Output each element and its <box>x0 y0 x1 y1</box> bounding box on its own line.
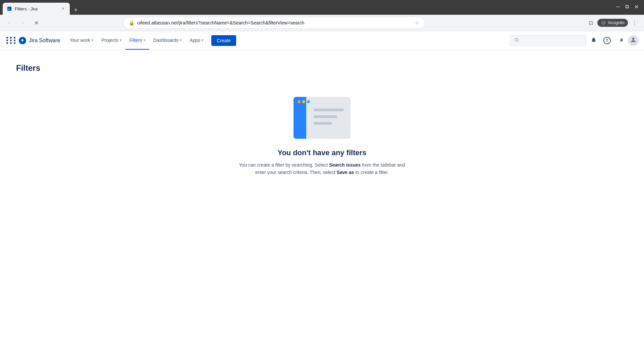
filters-chevron-icon: ▾ <box>144 38 145 42</box>
sidebar-icon: ⊡ <box>589 20 593 26</box>
help-icon: ? <box>603 37 611 44</box>
help-button[interactable]: ? <box>601 35 613 47</box>
browser-toolbar: ← → ✕ 🔒 uifeed.atlassian.net/jira/filter… <box>0 15 644 31</box>
apps-grid-icon <box>6 37 16 44</box>
empty-desc-bold1: Search issues <box>329 162 361 168</box>
nav-item-projects-label: Projects <box>101 38 118 43</box>
illustration-lines <box>314 109 344 125</box>
nav-item-projects[interactable]: Projects ▾ <box>97 31 125 50</box>
new-tab-button[interactable]: + <box>71 5 80 15</box>
nav-right: ? <box>510 35 639 47</box>
tab-title: Filters - Jira <box>15 6 58 11</box>
address-text: uifeed.atlassian.net/jira/filters?search… <box>137 20 412 25</box>
notifications-button[interactable] <box>588 35 600 47</box>
jira-logo-text: Jira Software <box>29 38 60 44</box>
back-icon: ← <box>7 20 12 26</box>
empty-state-description: You can create a filter by searching. Se… <box>235 161 409 176</box>
illustration-dots <box>298 100 310 103</box>
svg-point-3 <box>632 38 635 40</box>
dot-blue <box>307 100 310 103</box>
page-title: Filters <box>16 63 628 73</box>
projects-chevron-icon: ▾ <box>120 38 121 42</box>
illustration-line-3 <box>314 122 332 125</box>
browser-tab[interactable]: J Filters - Jira × <box>3 3 70 15</box>
global-search[interactable] <box>510 35 586 46</box>
lock-icon: 🔒 <box>129 20 135 25</box>
empty-desc-suffix: to create a filter. <box>354 170 389 175</box>
forward-button[interactable]: → <box>17 17 28 28</box>
incognito-badge: Incognito <box>597 19 628 27</box>
address-bar[interactable]: 🔒 uifeed.atlassian.net/jira/filters?sear… <box>123 17 425 29</box>
back-button[interactable]: ← <box>4 17 15 28</box>
top-nav: Jira Software Your work ▾ Projects ▾ Fil… <box>0 31 644 50</box>
sidebar-toggle-button[interactable]: ⊡ <box>585 17 596 28</box>
create-button[interactable]: Create <box>211 35 236 46</box>
jira-logo-icon <box>19 37 26 44</box>
settings-icon <box>618 37 624 44</box>
nav-item-apps[interactable]: Apps ▾ <box>185 31 207 50</box>
tab-close-button[interactable]: × <box>60 6 66 11</box>
page-content: Filters Yo <box>0 50 644 203</box>
tab-favicon: J <box>7 6 12 11</box>
menu-button[interactable]: ⋮ <box>629 17 640 28</box>
empty-illustration <box>293 97 351 140</box>
nav-item-filters[interactable]: Filters ▾ <box>125 31 149 50</box>
jira-logo[interactable]: Jira Software <box>19 37 60 44</box>
reload-button[interactable]: ✕ <box>31 17 42 28</box>
close-icon[interactable]: ✕ <box>634 4 639 10</box>
notifications-icon <box>591 37 597 44</box>
nav-item-dashboards-label: Dashboards <box>153 38 179 43</box>
illustration-window <box>293 97 351 139</box>
menu-icon: ⋮ <box>632 20 637 26</box>
svg-text:J: J <box>8 7 9 10</box>
illustration-line-1 <box>314 109 344 111</box>
nav-item-your-work-label: Your work <box>69 38 90 43</box>
incognito-label: Incognito <box>608 20 625 25</box>
jira-app: Jira Software Your work ▾ Projects ▾ Fil… <box>0 31 644 362</box>
nav-item-your-work[interactable]: Your work ▾ <box>65 31 97 50</box>
nav-item-apps-label: Apps <box>190 38 200 43</box>
settings-button[interactable] <box>614 35 627 47</box>
empty-state: You don't have any filters You can creat… <box>16 83 628 190</box>
minimize-icon[interactable]: ─ <box>616 4 620 10</box>
apps-chevron-icon: ▾ <box>202 38 203 42</box>
user-avatar-button[interactable] <box>628 35 639 46</box>
empty-state-title: You don't have any filters <box>277 148 366 157</box>
browser-chrome: J Filters - Jira × + ─ ⧉ ✕ ← → ✕ 🔒 ui <box>0 0 644 31</box>
empty-desc-prefix: You can create a filter by searching. Se… <box>239 162 329 168</box>
bookmark-icon[interactable]: ☆ <box>415 20 419 25</box>
nav-item-dashboards[interactable]: Dashboards ▾ <box>149 31 186 50</box>
dashboards-chevron-icon: ▾ <box>180 38 181 42</box>
avatar-icon <box>630 37 637 45</box>
forward-icon: → <box>20 20 25 26</box>
reload-icon: ✕ <box>34 20 39 26</box>
illustration-line-2 <box>314 115 337 118</box>
nav-items: Your work ▾ Projects ▾ Filters ▾ Dashboa… <box>65 31 207 50</box>
empty-desc-bold2: Save as <box>336 170 354 175</box>
search-icon <box>514 38 519 44</box>
toolbar-actions: ⊡ Incognito ⋮ <box>585 17 640 28</box>
dot-yellow <box>302 100 305 103</box>
restore-icon[interactable]: ⧉ <box>625 4 629 10</box>
dot-orange <box>298 100 301 103</box>
apps-launcher-button[interactable] <box>5 35 17 47</box>
your-work-chevron-icon: ▾ <box>92 38 93 42</box>
nav-item-filters-label: Filters <box>129 38 142 43</box>
